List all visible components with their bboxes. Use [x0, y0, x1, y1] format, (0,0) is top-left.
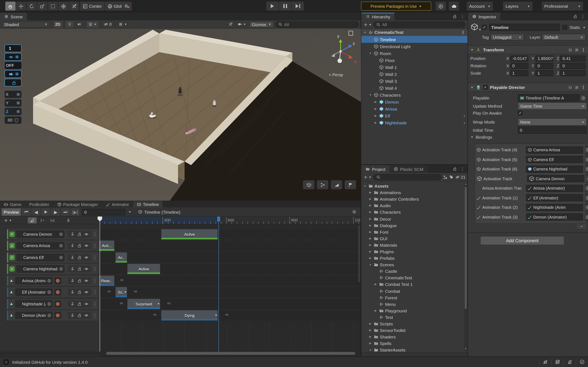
timeline-end-marker[interactable]	[219, 217, 219, 351]
tab-scene[interactable]: Scene	[0, 13, 27, 20]
object-picker-button[interactable]	[586, 175, 588, 182]
update-method-dropdown[interactable]: Game Time▼	[518, 102, 587, 110]
z-field[interactable]: 6.41	[561, 55, 586, 61]
timeline-track-header[interactable]: ✓ ▲ Camera Demon ⋮	[8, 229, 98, 239]
pin-icon[interactable]	[70, 267, 75, 271]
scene-overlay-button[interactable]: 1	[4, 44, 22, 52]
project-item[interactable]: Assets	[361, 183, 467, 189]
clip-edit-mode-replace[interactable]	[48, 217, 57, 223]
track-menu-kebab[interactable]: ⋮	[93, 278, 97, 283]
pin-icon[interactable]	[70, 243, 75, 248]
bottom-tab[interactable]: Timeline	[133, 201, 163, 208]
project-item[interactable]: Plugins	[361, 248, 467, 255]
lock-icon[interactable]	[77, 232, 82, 236]
panel-menu-kebab[interactable]: ⋮	[581, 14, 585, 19]
add-track-button[interactable]: ▼	[2, 217, 14, 224]
project-item[interactable]: Castle	[361, 268, 467, 275]
grid-visibility-dropdown[interactable]: ▼	[117, 21, 129, 27]
object-picker-button[interactable]	[584, 213, 588, 221]
component-help-icon[interactable]	[568, 85, 572, 90]
project-item[interactable]: Menu	[361, 301, 467, 307]
bottom-tab[interactable]: Game	[0, 201, 25, 208]
scene-overlay-button[interactable]: Y	[4, 99, 22, 107]
timeline-track-lane[interactable]: Ac..▸	[100, 252, 361, 262]
component-presets-icon[interactable]	[575, 85, 579, 90]
y-field[interactable]: 1.85007	[536, 55, 553, 61]
project-item[interactable]: Spells	[361, 340, 467, 347]
timeline-clip[interactable]: Acti...▸	[99, 241, 114, 251]
track-menu-kebab[interactable]: ⋮	[93, 313, 97, 318]
tab-hierarchy[interactable]: Hierarchy	[361, 13, 394, 20]
bottom-tab[interactable]: Package Manager	[53, 201, 102, 208]
object-picker-button[interactable]	[584, 156, 588, 163]
goto-start-button[interactable]: ⏮	[22, 208, 31, 216]
shading-mode-dropdown[interactable]: Shaded▼	[2, 21, 50, 27]
hierarchy-item[interactable]: Timeline › ⋮	[361, 36, 467, 43]
timeline-track-header[interactable]: ✓ ▲ Camera Nightshade	[8, 264, 98, 274]
track-binding-field[interactable]: Arissa (Animator)	[15, 277, 53, 284]
timeline-clip[interactable]: Active▸	[128, 264, 160, 274]
track-menu-kebab[interactable]: ⋮	[93, 255, 97, 259]
project-item[interactable]: Materials	[361, 242, 467, 248]
play-on-awake-checkbox[interactable]: ✓	[518, 110, 523, 115]
y-field[interactable]: 0	[536, 63, 553, 69]
timeline-playhead[interactable]	[100, 217, 100, 351]
scene-camera-dropdown[interactable]: ▼	[236, 21, 248, 27]
component-presets-icon[interactable]	[575, 48, 579, 52]
lock-icon[interactable]	[77, 290, 82, 294]
component-menu-kebab[interactable]: ⋮	[581, 48, 586, 52]
panel-lock-icon[interactable]	[452, 14, 457, 19]
hierarchy-item[interactable]: Floor › ⋮	[361, 57, 467, 64]
play-button[interactable]	[266, 2, 278, 11]
timeline-track-header[interactable]: ✓ ▲ Demon (Animator) ⋮	[8, 310, 98, 320]
timeline-track-lane[interactable]: Dying▸ ∞∞	[100, 310, 361, 320]
scene-lighting-toggle[interactable]	[66, 21, 73, 27]
object-picker-button[interactable]	[584, 146, 588, 154]
eye-icon[interactable]	[84, 313, 89, 318]
ramp-view-button[interactable]	[331, 180, 342, 189]
prev-frame-button[interactable]: ◀︎	[32, 208, 41, 216]
tool-button[interactable]	[16, 2, 26, 11]
binding-object-field[interactable]: Camera Demon	[527, 175, 584, 182]
timeline-track-header[interactable]: ✓ ▲ Arissa (Animator)	[8, 275, 98, 286]
binding-object-field[interactable]: Camera Arissa	[526, 146, 583, 154]
lock-icon[interactable]	[77, 313, 82, 318]
timeline-play-button[interactable]	[42, 208, 51, 216]
tool-button[interactable]	[58, 2, 69, 11]
flag-view-button[interactable]	[345, 180, 356, 189]
track-binding-field[interactable]: Camera Demon	[16, 230, 65, 238]
project-item[interactable]: Shaders	[361, 334, 467, 340]
track-binding-field[interactable]: Elf (Animator)	[15, 288, 53, 296]
track-binding-field[interactable]: Nightshade (Animator)	[15, 300, 53, 308]
pin-icon[interactable]	[70, 232, 75, 236]
project-item[interactable]: Animator Controllers	[361, 196, 467, 202]
timeline-track-header[interactable]: ✓ ▲ Nightshade (Animator)	[8, 299, 98, 309]
hierarchy-item[interactable]: Wall 3 › ⋮	[361, 77, 467, 84]
binding-object-field[interactable]: Camera Nightshad	[526, 165, 583, 173]
project-item[interactable]: Test	[361, 314, 467, 320]
debugger-detached-icon[interactable]	[543, 359, 548, 365]
scene-tools-button[interactable]	[226, 21, 234, 27]
x-field[interactable]: 0	[510, 63, 528, 69]
lock-icon[interactable]	[77, 243, 82, 248]
hierarchy-item[interactable]: Wall 1 › ⋮	[361, 64, 467, 71]
timeline-track-lane[interactable]: Active▸	[100, 264, 361, 274]
track-record-button[interactable]	[54, 300, 61, 307]
clip-edit-mode-ripple[interactable]	[38, 217, 47, 223]
layer-dropdown[interactable]: Default▼	[542, 34, 586, 40]
timeline-breadcrumb[interactable]: Timeline (Timeline)	[138, 209, 181, 214]
scene-overlay-button[interactable]	[4, 53, 22, 61]
eye-icon[interactable]	[84, 278, 89, 283]
initial-time-field[interactable]: 0	[518, 126, 587, 134]
project-scrollbar[interactable]: ▲▼	[464, 183, 467, 351]
prefab-view-button[interactable]	[303, 180, 314, 189]
hierarchy-item[interactable]: Wall 2 › ⋮	[361, 71, 467, 77]
project-search-input[interactable]	[373, 174, 442, 180]
track-active-checkbox[interactable]: ✓	[9, 243, 15, 248]
tab-inspector[interactable]: Inspector	[468, 13, 500, 20]
project-item[interactable]: Animations	[361, 189, 467, 196]
gameobject-active-checkbox[interactable]: ✓	[482, 25, 487, 30]
lock-icon[interactable]	[77, 301, 82, 306]
pause-button[interactable]	[279, 2, 291, 11]
grid-snap-button[interactable]	[122, 2, 132, 11]
